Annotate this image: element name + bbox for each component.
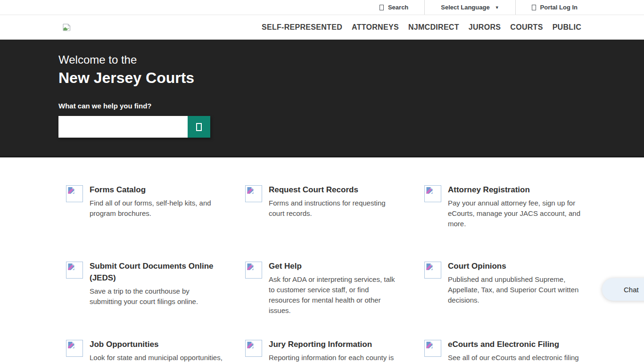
site-search-input[interactable] xyxy=(58,116,188,138)
page-title: New Jersey Courts xyxy=(58,69,644,87)
card-text: eCourts and Electronic Filing See all of… xyxy=(448,338,581,362)
chat-label: Chat xyxy=(602,286,639,294)
card-attorney-registration[interactable]: Attorney Registration Pay your annual at… xyxy=(424,184,603,260)
card-get-help[interactable]: Get Help Ask for ADA or interpreting ser… xyxy=(245,260,424,338)
card-description: Pay your annual attorney fee, sign up fo… xyxy=(448,198,581,229)
nav-item-attorneys[interactable]: ATTORNEYS xyxy=(352,23,399,32)
card-title: Request Court Records xyxy=(269,185,358,194)
nav-item-courts[interactable]: COURTS xyxy=(510,23,543,32)
card-text: Get Help Ask for ADA or interpreting ser… xyxy=(269,260,402,316)
card-text: Request Court Records Forms and instruct… xyxy=(269,184,402,219)
site-search-button[interactable] xyxy=(188,116,210,138)
language-label: Select Language xyxy=(441,4,489,11)
card-description: Find all of our forms, self-help kits, a… xyxy=(90,198,223,219)
card-ecourts-electronic-filing[interactable]: eCourts and Electronic Filing See all of… xyxy=(424,338,603,362)
nav-item-public[interactable]: PUBLIC xyxy=(553,23,581,32)
site-search-bar xyxy=(58,116,210,138)
broken-image-icon xyxy=(245,340,262,357)
main-nav: SELF-REPRESENTED ATTORNEYS NJMCDIRECT JU… xyxy=(0,15,644,40)
card-description: See all of our eCourts and electronic fi… xyxy=(448,353,581,362)
hero-content: Welcome to the New Jersey Courts What ca… xyxy=(0,40,644,138)
card-description: Look for state and municipal opportuniti… xyxy=(90,353,223,362)
chevron-down-icon: ▼ xyxy=(495,5,499,10)
card-text: Attorney Registration Pay your annual at… xyxy=(448,184,581,229)
card-text: Job Opportunities Look for state and mun… xyxy=(90,338,223,362)
broken-image-icon xyxy=(63,24,71,31)
broken-image-icon xyxy=(245,262,262,279)
card-text: Court Opinions Published and unpublished… xyxy=(448,260,581,305)
broken-image-icon xyxy=(424,185,441,202)
nav-item-self-represented[interactable]: SELF-REPRESENTED xyxy=(262,23,342,32)
card-forms-catalog[interactable]: Forms Catalog Find all of our forms, sel… xyxy=(66,184,245,260)
broken-image-icon xyxy=(245,185,262,202)
card-title: Submit Court Documents Online (JEDS) xyxy=(90,262,214,282)
card-title: eCourts and Electronic Filing xyxy=(448,340,559,349)
portal-login-button[interactable]: Portal Log In xyxy=(516,0,581,15)
broken-image-icon xyxy=(424,262,441,279)
search-label: Search xyxy=(388,4,408,11)
hero-banner: Welcome to the New Jersey Courts What ca… xyxy=(0,40,644,157)
card-title: Get Help xyxy=(269,262,302,271)
card-title: Attorney Registration xyxy=(448,185,530,194)
utility-bar-inner: Search Select Language ▼ Portal Log In xyxy=(63,0,581,15)
card-description: Save a trip to the courthouse by submitt… xyxy=(90,286,223,307)
language-selector[interactable]: Select Language ▼ xyxy=(425,0,515,15)
card-title: Jury Reporting Information xyxy=(269,340,372,349)
nav-links: SELF-REPRESENTED ATTORNEYS NJMCDIRECT JU… xyxy=(262,23,581,32)
card-jury-reporting-information[interactable]: Jury Reporting Information Reporting inf… xyxy=(245,338,424,362)
nav-item-njmcdirect[interactable]: NJMCDIRECT xyxy=(408,23,459,32)
card-title: Forms Catalog xyxy=(90,185,146,194)
card-description: Reporting information for each county is xyxy=(269,353,402,362)
card-title: Court Opinions xyxy=(448,262,506,271)
nav-item-jurors[interactable]: JURORS xyxy=(469,23,501,32)
card-court-opinions[interactable]: Court Opinions Published and unpublished… xyxy=(424,260,603,338)
quick-links-section: Forms Catalog Find all of our forms, sel… xyxy=(0,157,644,362)
card-job-opportunities[interactable]: Job Opportunities Look for state and mun… xyxy=(66,338,245,362)
card-submit-court-documents-jeds[interactable]: Submit Court Documents Online (JEDS) Sav… xyxy=(66,260,245,338)
cards-row-3: Job Opportunities Look for state and mun… xyxy=(66,338,644,362)
card-title: Job Opportunities xyxy=(90,340,158,349)
utility-bar: Search Select Language ▼ Portal Log In xyxy=(0,0,644,15)
hero-welcome-line: Welcome to the xyxy=(58,53,644,67)
card-description: Forms and instructions for requesting co… xyxy=(269,198,402,219)
search-prompt-label: What can we help you find? xyxy=(58,102,644,110)
card-request-court-records[interactable]: Request Court Records Forms and instruct… xyxy=(245,184,424,260)
broken-image-icon xyxy=(66,340,83,357)
broken-image-icon xyxy=(66,185,83,202)
portal-login-label: Portal Log In xyxy=(540,4,578,11)
card-text: Jury Reporting Information Reporting inf… xyxy=(269,338,402,362)
cards-row-1: Forms Catalog Find all of our forms, sel… xyxy=(66,184,644,260)
search-icon xyxy=(380,5,384,10)
chat-button[interactable]: Chat xyxy=(602,278,644,301)
main-nav-inner: SELF-REPRESENTED ATTORNEYS NJMCDIRECT JU… xyxy=(63,15,581,40)
card-text: Forms Catalog Find all of our forms, sel… xyxy=(90,184,223,219)
user-icon xyxy=(532,5,536,10)
broken-image-icon xyxy=(66,262,83,279)
search-glyph-placeholder-icon xyxy=(196,123,202,131)
cards-row-2: Submit Court Documents Online (JEDS) Sav… xyxy=(66,260,644,338)
nj-courts-homepage: Search Select Language ▼ Portal Log In xyxy=(0,0,644,362)
site-logo-broken-image-icon[interactable] xyxy=(63,24,71,31)
card-description: Published and unpublished Supreme, Appel… xyxy=(448,274,581,305)
card-text: Submit Court Documents Online (JEDS) Sav… xyxy=(90,260,223,307)
search-menu-button[interactable]: Search xyxy=(380,0,424,15)
card-description: Ask for ADA or interpreting services, ta… xyxy=(269,274,402,316)
broken-image-icon xyxy=(424,340,441,357)
